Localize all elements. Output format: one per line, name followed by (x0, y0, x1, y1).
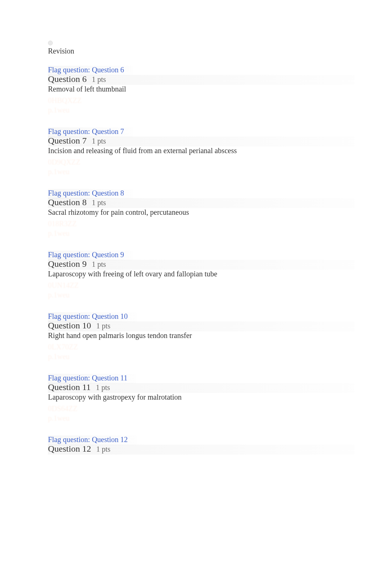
flag-link-10[interactable]: Flag question: Question 10 (48, 312, 128, 320)
flag-link-12[interactable]: Flag question: Question 12 (48, 435, 128, 444)
flag-link-11[interactable]: Flag question: Question 11 (48, 374, 127, 382)
question-block-10: Flag question: Question 10 Question 10 1… (48, 312, 344, 361)
question-pts-7: 1 pts (92, 137, 106, 145)
question-title-7: Question 7 (48, 136, 87, 146)
question-pts-12: 1 pts (96, 445, 110, 453)
answer-area-9: 0UN14ZZ p.1weu (48, 280, 344, 300)
question-header-11: Question 11 1 pts (48, 382, 344, 392)
answer-blur-9b: p.1weu (48, 290, 344, 300)
question-header-8: Question 8 1 pts (48, 197, 344, 207)
flag-link-8[interactable]: Flag question: Question 8 (48, 189, 124, 197)
flag-link-6[interactable]: Flag question: Question 6 (48, 66, 124, 74)
question-pts-6: 1 pts (92, 75, 106, 84)
question-header-10: Question 10 1 pts (48, 321, 344, 331)
question-block-8: Flag question: Question 8 Question 8 1 p… (48, 189, 344, 238)
question-block-7: Flag question: Question 7 Question 7 1 p… (48, 127, 344, 176)
radio-option-revision (48, 41, 344, 45)
answer-area-6: 0HBQXZZ p.1weu (48, 96, 344, 115)
question-pts-9: 1 pts (92, 260, 106, 269)
answer-blur-11a: 0DS64ZZ (48, 404, 344, 413)
question-header-9: Question 9 1 pts (48, 259, 344, 269)
question-title-10: Question 10 (48, 321, 91, 331)
answer-area-8: 018R3ZZ p.1weu (48, 219, 344, 238)
question-header-6: Question 6 1 pts (48, 74, 344, 84)
answer-blur-6b: p.1weu (48, 105, 344, 115)
answer-blur-10b: p.1weu (48, 352, 344, 361)
answer-area-7: 0D9QXZZ p.1weu (48, 157, 344, 176)
question-text-11: Laparoscopy with gastropexy for malrotat… (48, 393, 344, 401)
question-header-12: Question 12 1 pts (48, 444, 344, 454)
question-block-12: Flag question: Question 12 Question 12 1… (48, 435, 344, 454)
answer-blur-7a: 0D9QXZZ (48, 157, 344, 167)
question-title-12: Question 12 (48, 444, 91, 454)
answer-blur-11b: p.1weu (48, 413, 344, 423)
answer-area-10: 0LX70ZZ p.1weu (48, 342, 344, 361)
answer-blur-10a: 0LX70ZZ (48, 342, 344, 352)
question-text-8: Sacral rhizotomy for pain control, percu… (48, 208, 344, 217)
question-title-6: Question 6 (48, 74, 87, 84)
question-header-7: Question 7 1 pts (48, 136, 344, 146)
question-block-9: Flag question: Question 9 Question 9 1 p… (48, 251, 344, 300)
answer-blur-8a: 018R3ZZ (48, 219, 344, 228)
question-pts-10: 1 pts (96, 322, 110, 330)
question-block-11: Flag question: Question 11 Question 11 1… (48, 374, 344, 423)
question-pts-11: 1 pts (96, 383, 110, 392)
question-title-9: Question 9 (48, 259, 87, 269)
question-pts-8: 1 pts (92, 199, 106, 207)
revision-label: Revision (48, 47, 344, 55)
question-text-7: Incision and releasing of fluid from an … (48, 146, 344, 155)
answer-blur-6a: 0HBQXZZ (48, 96, 344, 105)
flag-link-9[interactable]: Flag question: Question 9 (48, 251, 124, 259)
answer-blur-8b: p.1weu (48, 228, 344, 238)
question-title-11: Question 11 (48, 382, 91, 392)
question-title-8: Question 8 (48, 197, 87, 207)
question-block-6: Flag question: Question 6 Question 6 1 p… (48, 66, 344, 115)
answer-blur-7b: p.1weu (48, 167, 344, 176)
question-text-9: Laparoscopy with freeing of left ovary a… (48, 270, 344, 278)
radio-icon[interactable] (48, 41, 53, 45)
answer-blur-9a: 0UN14ZZ (48, 280, 344, 290)
answer-area-11: 0DS64ZZ p.1weu (48, 404, 344, 423)
question-text-10: Right hand open palmaris longus tendon t… (48, 331, 344, 340)
flag-link-7[interactable]: Flag question: Question 7 (48, 127, 124, 135)
question-text-6: Removal of left thumbnail (48, 85, 344, 93)
